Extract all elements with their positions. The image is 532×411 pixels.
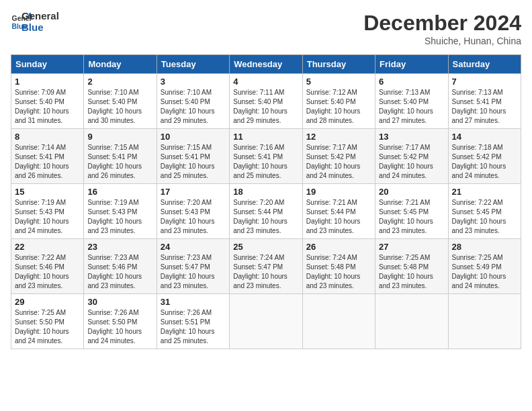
day-number: 23 <box>87 242 152 252</box>
day-info: Sunrise: 7:23 AM Sunset: 5:47 PM Dayligh… <box>161 253 226 291</box>
day-number: 4 <box>233 77 298 87</box>
calendar-cell: 14Sunrise: 7:18 AM Sunset: 5:42 PM Dayli… <box>448 129 521 184</box>
day-info: Sunrise: 7:13 AM Sunset: 5:40 PM Dayligh… <box>379 88 444 126</box>
day-number: 22 <box>15 242 80 252</box>
col-header-wednesday: Wednesday <box>230 55 302 74</box>
day-number: 24 <box>161 242 226 252</box>
day-number: 20 <box>379 187 444 197</box>
day-info: Sunrise: 7:10 AM Sunset: 5:40 PM Dayligh… <box>161 88 226 126</box>
calendar-cell: 3Sunrise: 7:10 AM Sunset: 5:40 PM Daylig… <box>157 74 229 129</box>
day-number: 3 <box>161 77 226 87</box>
calendar-cell: 21Sunrise: 7:22 AM Sunset: 5:45 PM Dayli… <box>448 184 521 239</box>
day-info: Sunrise: 7:13 AM Sunset: 5:41 PM Dayligh… <box>452 88 517 126</box>
day-number: 18 <box>233 187 298 197</box>
day-number: 30 <box>87 297 152 307</box>
day-number: 25 <box>233 242 298 252</box>
calendar-cell: 8Sunrise: 7:14 AM Sunset: 5:41 PM Daylig… <box>11 129 84 184</box>
calendar-cell: 29Sunrise: 7:25 AM Sunset: 5:50 PM Dayli… <box>11 294 84 349</box>
calendar-cell: 26Sunrise: 7:24 AM Sunset: 5:48 PM Dayli… <box>302 239 375 294</box>
col-header-sunday: Sunday <box>11 55 84 74</box>
day-number: 12 <box>306 132 371 142</box>
logo-blue: Blue <box>21 22 59 34</box>
calendar-cell: 12Sunrise: 7:17 AM Sunset: 5:42 PM Dayli… <box>302 129 375 184</box>
day-number: 8 <box>15 132 80 142</box>
day-info: Sunrise: 7:20 AM Sunset: 5:43 PM Dayligh… <box>161 198 226 236</box>
calendar-cell: 9Sunrise: 7:15 AM Sunset: 5:41 PM Daylig… <box>84 129 157 184</box>
day-info: Sunrise: 7:19 AM Sunset: 5:43 PM Dayligh… <box>87 198 152 236</box>
logo-general: General <box>21 11 59 22</box>
calendar-week-row: 22Sunrise: 7:22 AM Sunset: 5:46 PM Dayli… <box>11 239 521 294</box>
calendar-cell: 27Sunrise: 7:25 AM Sunset: 5:48 PM Dayli… <box>375 239 448 294</box>
day-number: 9 <box>87 132 152 142</box>
day-info: Sunrise: 7:22 AM Sunset: 5:45 PM Dayligh… <box>452 198 517 236</box>
day-info: Sunrise: 7:16 AM Sunset: 5:41 PM Dayligh… <box>233 143 298 181</box>
calendar-week-row: 8Sunrise: 7:14 AM Sunset: 5:41 PM Daylig… <box>11 129 521 184</box>
day-info: Sunrise: 7:23 AM Sunset: 5:46 PM Dayligh… <box>87 253 152 291</box>
day-number: 5 <box>306 77 371 87</box>
calendar-table: SundayMondayTuesdayWednesdayThursdayFrid… <box>11 54 521 349</box>
day-info: Sunrise: 7:25 AM Sunset: 5:50 PM Dayligh… <box>15 308 80 346</box>
day-info: Sunrise: 7:17 AM Sunset: 5:42 PM Dayligh… <box>306 143 371 181</box>
day-info: Sunrise: 7:17 AM Sunset: 5:42 PM Dayligh… <box>379 143 444 181</box>
calendar-cell <box>302 294 375 349</box>
day-info: Sunrise: 7:26 AM Sunset: 5:51 PM Dayligh… <box>161 308 226 346</box>
month-title: December 2024 <box>363 11 521 36</box>
calendar-cell: 1Sunrise: 7:09 AM Sunset: 5:40 PM Daylig… <box>11 74 84 129</box>
day-info: Sunrise: 7:21 AM Sunset: 5:45 PM Dayligh… <box>379 198 444 236</box>
calendar-cell: 4Sunrise: 7:11 AM Sunset: 5:40 PM Daylig… <box>230 74 302 129</box>
logo: General Blue General Blue <box>11 11 59 33</box>
day-number: 13 <box>379 132 444 142</box>
day-number: 31 <box>161 297 226 307</box>
calendar-cell: 19Sunrise: 7:21 AM Sunset: 5:44 PM Dayli… <box>302 184 375 239</box>
calendar-cell: 23Sunrise: 7:23 AM Sunset: 5:46 PM Dayli… <box>84 239 157 294</box>
day-number: 17 <box>161 187 226 197</box>
day-number: 19 <box>306 187 371 197</box>
day-number: 1 <box>15 77 80 87</box>
day-info: Sunrise: 7:24 AM Sunset: 5:47 PM Dayligh… <box>233 253 298 291</box>
day-info: Sunrise: 7:14 AM Sunset: 5:41 PM Dayligh… <box>15 143 80 181</box>
calendar-cell: 28Sunrise: 7:25 AM Sunset: 5:49 PM Dayli… <box>448 239 521 294</box>
calendar-cell: 25Sunrise: 7:24 AM Sunset: 5:47 PM Dayli… <box>230 239 302 294</box>
calendar-header-row: SundayMondayTuesdayWednesdayThursdayFrid… <box>11 55 521 74</box>
day-number: 28 <box>452 242 517 252</box>
day-number: 15 <box>15 187 80 197</box>
day-info: Sunrise: 7:25 AM Sunset: 5:49 PM Dayligh… <box>452 253 517 291</box>
calendar-cell: 24Sunrise: 7:23 AM Sunset: 5:47 PM Dayli… <box>157 239 229 294</box>
day-number: 7 <box>452 77 517 87</box>
calendar-cell <box>375 294 448 349</box>
day-info: Sunrise: 7:24 AM Sunset: 5:48 PM Dayligh… <box>306 253 371 291</box>
calendar-cell <box>230 294 302 349</box>
col-header-thursday: Thursday <box>302 55 375 74</box>
calendar-week-row: 29Sunrise: 7:25 AM Sunset: 5:50 PM Dayli… <box>11 294 521 349</box>
day-number: 10 <box>161 132 226 142</box>
calendar-cell: 15Sunrise: 7:19 AM Sunset: 5:43 PM Dayli… <box>11 184 84 239</box>
day-number: 26 <box>306 242 371 252</box>
calendar-cell <box>448 294 521 349</box>
day-info: Sunrise: 7:18 AM Sunset: 5:42 PM Dayligh… <box>452 143 517 181</box>
day-info: Sunrise: 7:20 AM Sunset: 5:44 PM Dayligh… <box>233 198 298 236</box>
col-header-saturday: Saturday <box>448 55 521 74</box>
calendar-cell: 22Sunrise: 7:22 AM Sunset: 5:46 PM Dayli… <box>11 239 84 294</box>
calendar-cell: 31Sunrise: 7:26 AM Sunset: 5:51 PM Dayli… <box>157 294 229 349</box>
day-number: 16 <box>87 187 152 197</box>
calendar-cell: 17Sunrise: 7:20 AM Sunset: 5:43 PM Dayli… <box>157 184 229 239</box>
day-number: 6 <box>379 77 444 87</box>
day-info: Sunrise: 7:22 AM Sunset: 5:46 PM Dayligh… <box>15 253 80 291</box>
calendar-cell: 7Sunrise: 7:13 AM Sunset: 5:41 PM Daylig… <box>448 74 521 129</box>
location: Shuiche, Hunan, China <box>363 36 521 46</box>
day-info: Sunrise: 7:09 AM Sunset: 5:40 PM Dayligh… <box>15 88 80 126</box>
calendar-cell: 10Sunrise: 7:15 AM Sunset: 5:41 PM Dayli… <box>157 129 229 184</box>
col-header-friday: Friday <box>375 55 448 74</box>
day-info: Sunrise: 7:25 AM Sunset: 5:48 PM Dayligh… <box>379 253 444 291</box>
calendar-cell: 13Sunrise: 7:17 AM Sunset: 5:42 PM Dayli… <box>375 129 448 184</box>
calendar-cell: 2Sunrise: 7:10 AM Sunset: 5:40 PM Daylig… <box>84 74 157 129</box>
title-block: December 2024 Shuiche, Hunan, China <box>363 11 521 46</box>
day-info: Sunrise: 7:15 AM Sunset: 5:41 PM Dayligh… <box>87 143 152 181</box>
col-header-monday: Monday <box>84 55 157 74</box>
day-number: 27 <box>379 242 444 252</box>
day-info: Sunrise: 7:12 AM Sunset: 5:40 PM Dayligh… <box>306 88 371 126</box>
calendar-cell: 30Sunrise: 7:26 AM Sunset: 5:50 PM Dayli… <box>84 294 157 349</box>
calendar-week-row: 15Sunrise: 7:19 AM Sunset: 5:43 PM Dayli… <box>11 184 521 239</box>
day-number: 14 <box>452 132 517 142</box>
day-info: Sunrise: 7:11 AM Sunset: 5:40 PM Dayligh… <box>233 88 298 126</box>
